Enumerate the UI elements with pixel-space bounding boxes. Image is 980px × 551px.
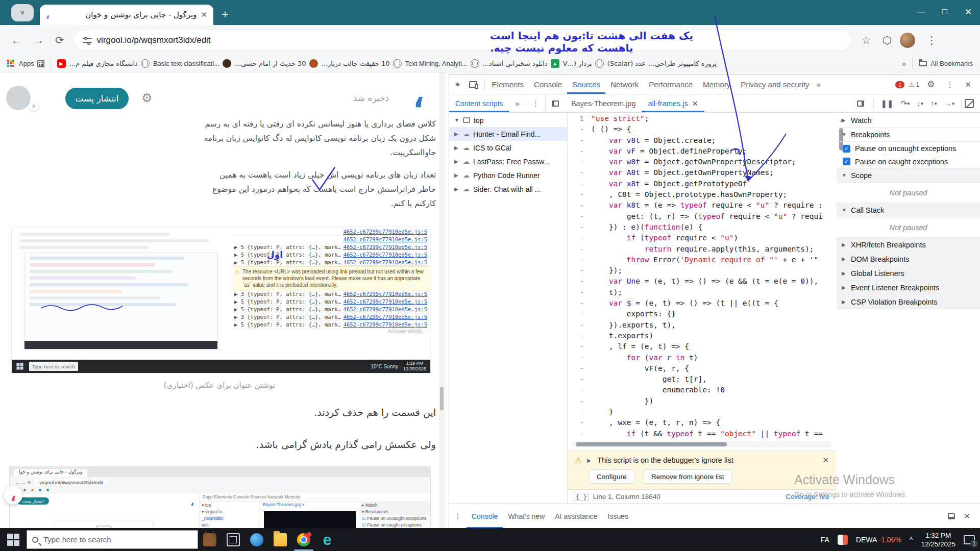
article-line-photo[interactable]: ولی عکسش رامی گذارم یادش گرامی باشد. (79, 439, 436, 450)
code-line[interactable]: - t); (568, 287, 836, 298)
page-scrollbar-thumb[interactable] (440, 387, 444, 410)
configure-button[interactable]: Configure (589, 469, 634, 484)
code-line[interactable]: - if (typeof require < "u") (568, 233, 836, 243)
infobar-disclosure-icon[interactable]: ▶ (587, 458, 592, 463)
event-listener-breakpoints-section[interactable]: ▶Event Listener Breakpoints (837, 281, 980, 295)
inspect-element-icon[interactable]: ⌖ (455, 80, 460, 90)
code-line[interactable]: - var w8t = Object.getOwnPropertyDescrip… (568, 157, 836, 167)
article-paragraph-2[interactable]: تعداد زبان های برنامه نویسی اش خیلی زیاد… (201, 168, 436, 211)
publish-post-button[interactable]: انتشار پست (65, 88, 129, 109)
bookmark-item[interactable]: 30 حدیث از امام حسی... (223, 59, 306, 68)
language-indicator[interactable]: FA (821, 536, 829, 544)
show-navigator-icon[interactable] (546, 94, 565, 112)
pause-uncaught-row[interactable]: ✓Pause on uncaught exceptions (837, 142, 980, 155)
virgool-logo-icon[interactable]: ، (412, 79, 425, 109)
xhr-breakpoints-section[interactable]: ▶XHR/fetch Breakpoints (837, 238, 980, 252)
code-line[interactable]: - enumerable: !0 (568, 385, 836, 395)
editor-settings-gear-icon[interactable]: ⚙ (141, 91, 153, 105)
code-line[interactable]: - vF(e, r, { (568, 363, 836, 374)
watch-section[interactable]: ▶Watch (837, 113, 980, 128)
tab-search-chevron-icon[interactable]: ˅ (11, 4, 34, 21)
bookmark-item[interactable]: عدد (Scalar) (595, 59, 646, 68)
stock-widget[interactable]: DEWA -1.06% (856, 536, 901, 544)
drawer-tab-console[interactable]: Console (467, 504, 503, 529)
devtools-kebab-icon[interactable]: ⋮ (946, 80, 953, 89)
image-caption-placeholder[interactable]: نوشتن عنوان برای عکس (اختیاری) (0, 381, 439, 390)
code-line[interactable]: -( () => { (568, 124, 836, 135)
bookmark-item[interactable]: پروژه کامپیوتر طراحی... (649, 60, 717, 67)
code-line[interactable]: - throw Error('Dynamic require of "' + e… (568, 255, 836, 265)
code-line[interactable]: - for (var r in t) (568, 353, 836, 363)
editor-horizontal-scrollbar[interactable] (572, 441, 832, 447)
code-line[interactable]: - , C8t = Object.prototype.hasOwnPropert… (568, 189, 836, 200)
url-text[interactable]: virgool.io/p/wqsmxort3idx/edit (97, 35, 211, 45)
virgool-floating-badge[interactable]: ، (4, 486, 22, 505)
devtools-tab-memory[interactable]: Memory (698, 75, 736, 94)
code-line[interactable]: - var $ = (e, t) => () => (t || e((t = { (568, 298, 836, 309)
devtools-tab-console[interactable]: Console (529, 75, 567, 94)
edge-icon[interactable]: e (321, 533, 334, 546)
step-over-icon[interactable]: ↷• (900, 99, 910, 108)
code-line[interactable]: - return require.apply(this, arguments); (568, 244, 836, 255)
bookmark-apps[interactable]: Apps (7, 60, 34, 68)
code-line[interactable]: - }) (568, 396, 836, 407)
bookmark-item[interactable]: Text Mining, Analyti... (393, 59, 468, 68)
bookmark-item[interactable]: 10 حقیقت جالب دربار... (309, 59, 390, 68)
code-line[interactable]: - }); (568, 265, 836, 276)
app-icon-blue[interactable] (250, 533, 263, 546)
devtools-tab-elements[interactable]: Elements (487, 75, 529, 94)
browser-tab[interactable]: ، ویرگول - جایی برای نوشتن و خوان ✕ (40, 5, 213, 25)
profile-avatar[interactable] (900, 33, 915, 48)
page-scrollbar[interactable] (439, 72, 445, 528)
user-avatar[interactable]: ˅ (6, 86, 39, 111)
chrome-icon[interactable] (297, 533, 310, 546)
code-line[interactable]: - get: t[r], (568, 374, 836, 385)
bookmark-item[interactable]: ▲بردار (...V (551, 59, 592, 68)
code-line[interactable]: - }).exports, t), (568, 320, 836, 331)
tree-item-extension[interactable]: ▶☁LastPass: Free Passw... (449, 155, 567, 168)
bookmark-all-bookmarks[interactable]: All Bookmarks (919, 60, 973, 67)
tree-item-extension[interactable]: ▶☁ICS to GCal (449, 141, 567, 155)
bookmark-item[interactable]: ▶دانشگاه مجازی فیلم م... (57, 59, 138, 68)
start-button-icon[interactable] (7, 534, 19, 546)
step-icon[interactable]: →• (944, 99, 954, 108)
devtools-settings-gear-icon[interactable]: ⚙ (927, 79, 935, 90)
pause-caught-row[interactable]: ✓Pause on caught exceptions (837, 155, 980, 168)
remove-from-ignore-list-button[interactable]: Remove from ignore list (644, 469, 732, 484)
code-line[interactable]: 1"use strict"; (568, 113, 836, 124)
minimize-button[interactable]: — (910, 3, 933, 20)
error-count-badge[interactable]: 1 (895, 81, 904, 88)
step-into-icon[interactable]: ↓• (917, 99, 923, 108)
reload-icon[interactable]: ⟳ (55, 34, 64, 46)
warning-count-badge[interactable]: ⚠ 1 (909, 81, 919, 88)
code-line[interactable]: - var k8t = (e => typeof require < "u" ?… (568, 200, 836, 211)
file-tab-close-icon[interactable]: ✕ (692, 99, 698, 108)
code-line[interactable]: - , lf = (e, t) => { (568, 341, 836, 352)
article-line-removed[interactable]: این قسمت را هم حذف کردند. (79, 407, 436, 418)
back-icon[interactable]: ← (11, 34, 22, 46)
code-line[interactable]: - var Une = (e, t) => () => (e && (t = e… (568, 276, 836, 287)
code-line[interactable]: - } (568, 407, 836, 417)
devtools-close-icon[interactable]: ✕ (965, 80, 971, 89)
code-line[interactable]: - , wxe = (e, t, r, n) => { (568, 417, 836, 428)
tray-chevron-icon[interactable]: ^ (910, 536, 913, 544)
file-explorer-icon[interactable] (274, 533, 287, 546)
infobar-close-icon[interactable]: ✕ (822, 456, 829, 465)
code-line[interactable]: - if (t && typeof t == "object" || typeo… (568, 429, 836, 439)
file-tab-all-frames[interactable]: all-frames.js✕ (642, 94, 704, 112)
code-line[interactable]: - exports: {} (568, 309, 836, 319)
toggle-sidebar-icon[interactable] (851, 101, 870, 107)
navigator-kebab-icon[interactable]: ⋮ (525, 94, 545, 112)
step-out-icon[interactable]: ↑• (930, 99, 937, 108)
forward-icon[interactable]: → (33, 34, 44, 46)
close-button[interactable]: ✕ (957, 3, 980, 20)
festive-deer-icon[interactable] (203, 533, 216, 546)
code-line[interactable]: - var A8t = Object.getOwnPropertyNames; (568, 167, 836, 178)
deactivate-breakpoints-icon[interactable] (965, 99, 974, 108)
drawer-tab-what-s-new[interactable]: What's new (503, 504, 550, 529)
more-tabs-icon[interactable]: » (816, 80, 820, 89)
scope-section[interactable]: ▼Scope (837, 168, 980, 183)
devtools-tab-performance[interactable]: Performance (644, 75, 698, 94)
code-line[interactable]: - var vF = Object.defineProperty; (568, 146, 836, 157)
bookmark-item[interactable]: دانلود سخنرانی استاد... (471, 59, 548, 68)
